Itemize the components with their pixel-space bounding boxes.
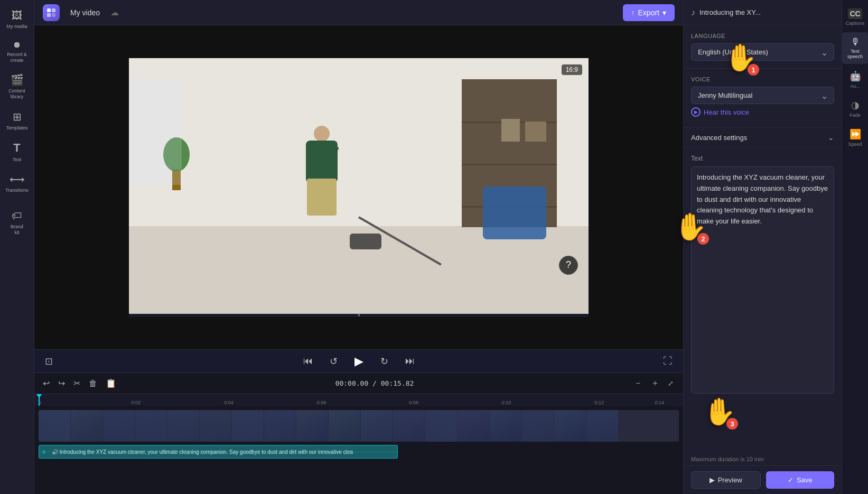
left-sidebar: 🖼 My media ⏺ Record &create 🎬 Contentlib… bbox=[0, 0, 34, 494]
text-section: Text Introducing the XYZ vacuum cleaner,… bbox=[684, 147, 842, 453]
audio-track[interactable]: ⏸ 🔊 Introducing the XYZ vacuum cleaner, … bbox=[39, 445, 398, 459]
topbar: My video ☁ ↑ Export ▾ bbox=[34, 0, 683, 25]
svg-rect-1 bbox=[52, 8, 55, 12]
voice-select-wrapper: Jenny Multilingual bbox=[691, 87, 834, 104]
advanced-settings-chevron-icon: ⌄ bbox=[828, 133, 834, 142]
zoom-in-button[interactable]: ＋ bbox=[648, 377, 662, 390]
video-frames bbox=[39, 410, 618, 442]
video-track[interactable]: 🔊 bbox=[39, 410, 679, 442]
speed-icon: ⏩ bbox=[850, 128, 861, 140]
voice-label: Voice bbox=[691, 76, 834, 82]
sidebar-item-templates[interactable]: ⊞ Templates bbox=[0, 106, 34, 135]
app-logo bbox=[43, 4, 60, 21]
skip-to-start-button[interactable]: ⏮ bbox=[301, 353, 315, 369]
subtitle-icon[interactable]: ⊡ bbox=[45, 356, 53, 367]
export-icon: ↑ bbox=[631, 8, 635, 17]
timeline-ruler: 0 0:02 0:04 0:06 0:08 0:10 0:12 0:14 bbox=[34, 394, 683, 406]
rewind-button[interactable]: ↺ bbox=[328, 353, 340, 369]
language-label: Language bbox=[691, 33, 834, 39]
my-media-icon: 🖼 bbox=[12, 10, 22, 22]
text-icon: T bbox=[13, 141, 20, 155]
skip-to-end-button[interactable]: ⏭ bbox=[403, 353, 417, 369]
sidebar-item-transitions[interactable]: ⟷ Transitions bbox=[0, 169, 34, 197]
preview-button[interactable]: ▶ Preview bbox=[691, 471, 761, 489]
play-button[interactable]: ▶ bbox=[352, 352, 366, 370]
advanced-settings-row[interactable]: Advanced settings ⌄ bbox=[684, 128, 842, 147]
text-input[interactable]: Introducing the XYZ vacuum cleaner, your… bbox=[691, 166, 834, 394]
video-section: 16:9 › ? ▾ bbox=[34, 25, 683, 349]
aspect-ratio-badge: 16:9 bbox=[562, 64, 582, 75]
undo-button[interactable]: ↩ bbox=[41, 376, 52, 390]
hear-voice-play-icon: ▶ bbox=[691, 107, 701, 117]
sidebar-item-content-library[interactable]: 🎬 Contentlibrary bbox=[0, 69, 34, 104]
captions-icon: CC bbox=[848, 8, 862, 19]
templates-icon: ⊞ bbox=[13, 110, 22, 123]
video-preview: 16:9 › bbox=[129, 58, 589, 317]
export-chevron-icon: ▾ bbox=[662, 8, 666, 17]
export-button[interactable]: ↑ Export ▾ bbox=[623, 4, 675, 21]
sidebar-item-my-media[interactable]: 🖼 My media bbox=[0, 5, 34, 34]
content-library-icon: 🎬 bbox=[11, 73, 24, 86]
text-section-label: Text bbox=[691, 155, 834, 162]
help-button[interactable]: ? bbox=[559, 256, 578, 275]
text-speech-icon: 🎙 bbox=[851, 36, 860, 48]
cloud-save-icon: ☁ bbox=[110, 7, 119, 17]
panel-title: Introducing the XY... bbox=[699, 8, 834, 16]
save-checkmark-icon: ✓ bbox=[788, 476, 794, 484]
voice-select[interactable]: Jenny Multilingual bbox=[691, 87, 834, 104]
timeline-toolbar: ↩ ↪ ✂ 🗑 📋 00:00.00 / 00:15.82 － ＋ ⤢ bbox=[34, 373, 683, 394]
svg-rect-2 bbox=[47, 13, 51, 17]
language-section: Language English (United States) bbox=[684, 25, 842, 69]
right-panel-content: ♪ Introducing the XY... Language English… bbox=[683, 0, 842, 494]
auto-panel-item[interactable]: 🤖 Au... bbox=[842, 66, 869, 93]
transitions-icon: ⟷ bbox=[10, 173, 25, 185]
timeline-time-display: 00:00.00 / 00:15.82 bbox=[123, 379, 627, 387]
playhead bbox=[39, 394, 40, 406]
redo-button[interactable]: ↪ bbox=[56, 376, 67, 390]
right-icon-strip: CC Captions 🎙 Textspeech 🤖 Au... ◑ Fade … bbox=[842, 0, 868, 494]
cut-button[interactable]: ✂ bbox=[71, 376, 82, 390]
language-select[interactable]: English (United States) bbox=[691, 43, 834, 61]
voice-section: Voice Jenny Multilingual ▶ Hear this voi… bbox=[684, 69, 842, 128]
svg-rect-3 bbox=[52, 13, 55, 17]
duplicate-button[interactable]: 📋 bbox=[104, 376, 118, 390]
brand-kit-icon: 🏷 bbox=[12, 210, 22, 222]
fullscreen-button[interactable]: ⛶ bbox=[663, 356, 673, 367]
video-title[interactable]: My video bbox=[66, 6, 104, 19]
sidebar-item-record-create[interactable]: ⏺ Record &create bbox=[0, 36, 34, 68]
fit-button[interactable]: ⤢ bbox=[665, 378, 677, 388]
preview-icon: ▶ bbox=[710, 476, 715, 484]
fade-icon: ◑ bbox=[851, 99, 860, 111]
panel-footer: ▶ Preview ✓ Save bbox=[684, 465, 842, 494]
auto-icon: 🤖 bbox=[850, 70, 861, 82]
advanced-settings-label: Advanced settings bbox=[691, 134, 747, 142]
fade-panel-item[interactable]: ◑ Fade bbox=[842, 95, 869, 122]
panel-header: ♪ Introducing the XY... bbox=[684, 0, 842, 25]
delete-button[interactable]: 🗑 bbox=[87, 377, 99, 390]
language-select-wrapper: English (United States) bbox=[691, 43, 834, 61]
text-speech-panel-item[interactable]: 🎙 Textspeech bbox=[842, 32, 869, 64]
record-create-icon: ⏺ bbox=[13, 40, 21, 50]
svg-rect-0 bbox=[47, 8, 51, 12]
captions-panel-item[interactable]: CC Captions bbox=[842, 4, 869, 30]
timeline-section: ↩ ↪ ✂ 🗑 📋 00:00.00 / 00:15.82 － ＋ ⤢ 0 0:… bbox=[34, 372, 683, 494]
panel-header-music-icon: ♪ bbox=[691, 8, 695, 17]
timeline-tracks: 🔊 bbox=[34, 406, 683, 459]
fast-forward-button[interactable]: ↻ bbox=[378, 353, 390, 369]
zoom-out-button[interactable]: － bbox=[631, 377, 646, 390]
save-button[interactable]: ✓ Save bbox=[766, 471, 835, 489]
speed-panel-item[interactable]: ⏩ Speed bbox=[842, 124, 869, 151]
max-duration-note: Maximum duration is 10 min bbox=[684, 453, 842, 465]
sidebar-item-brand-kit[interactable]: 🏷 Brandkit bbox=[0, 206, 34, 240]
video-container: 16:9 › ? ▾ bbox=[129, 58, 589, 317]
video-controls: ⊡ ⏮ ↺ ▶ ↻ ⏭ ⛶ bbox=[34, 349, 683, 372]
hear-voice-button[interactable]: ▶ Hear this voice bbox=[691, 104, 749, 120]
zoom-controls: － ＋ ⤢ bbox=[631, 377, 677, 390]
sidebar-item-text[interactable]: T Text bbox=[0, 137, 34, 166]
